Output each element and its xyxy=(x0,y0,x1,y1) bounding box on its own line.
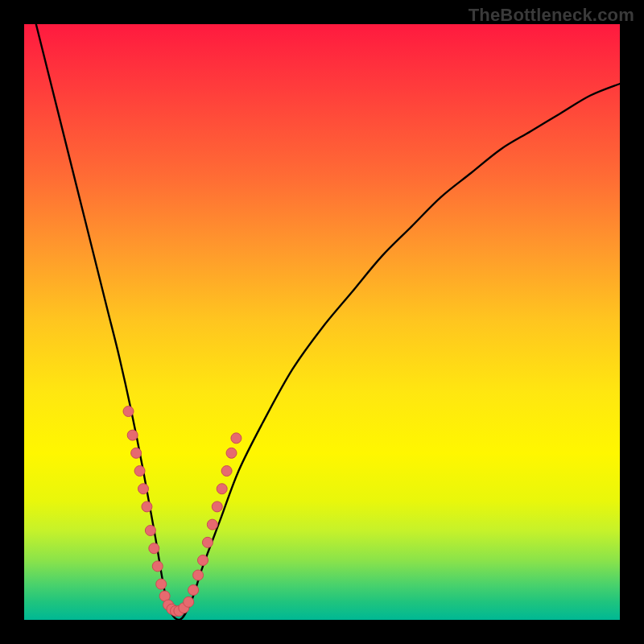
scatter-point xyxy=(152,561,163,572)
scatter-point xyxy=(145,526,155,536)
scatter-point xyxy=(212,502,222,512)
plot-area xyxy=(24,24,620,620)
bottleneck-curve xyxy=(36,24,620,620)
scatter-point xyxy=(134,466,145,477)
scatter-point xyxy=(226,448,237,458)
scatter-point xyxy=(123,407,134,417)
watermark-text: TheBottleneck.com xyxy=(469,5,634,26)
scatter-point xyxy=(207,519,217,530)
scatter-point xyxy=(138,484,149,494)
scatter-point xyxy=(149,543,159,554)
scatter-point xyxy=(127,430,138,440)
scatter-point xyxy=(217,484,227,494)
scatter-point xyxy=(131,448,142,458)
scatter-point xyxy=(221,466,232,477)
scatter-point xyxy=(198,555,208,566)
chart-frame: TheBottleneck.com xyxy=(0,0,644,644)
scatter-point xyxy=(142,502,152,512)
chart-svg xyxy=(24,24,620,620)
scatter-point xyxy=(184,597,194,607)
scatter-point xyxy=(202,537,213,547)
scatter-point xyxy=(193,570,204,580)
scatter-point xyxy=(188,585,199,596)
scatter-point xyxy=(156,579,167,589)
scatter-point xyxy=(231,433,242,444)
